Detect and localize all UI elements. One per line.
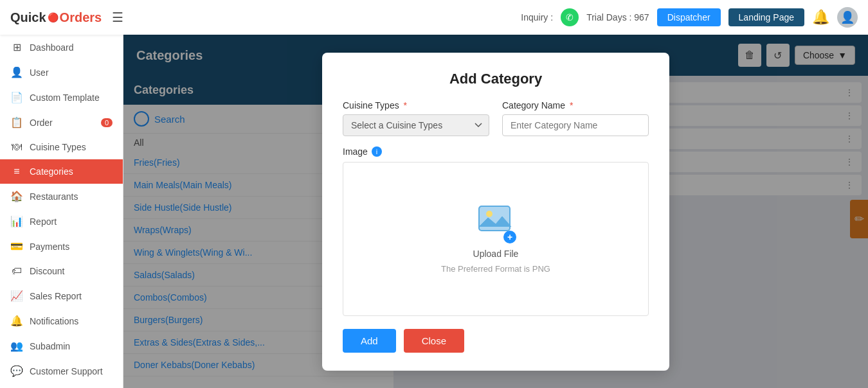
subadmin-icon: 👥 [10, 340, 23, 352]
logo-orders: Orders [60, 10, 102, 25]
cuisine-types-field: Cuisine Types * Select a Cuisine Types [343, 100, 489, 136]
sidebar-label: Notifications [30, 316, 78, 326]
modal-form-row: Cuisine Types * Select a Cuisine Types C… [343, 100, 649, 136]
sidebar-label: Custom Template [30, 93, 100, 103]
info-icon: i [372, 146, 382, 157]
app-layout: ⊞ Dashboard 👤 User 📄 Custom Template 📋 O… [0, 35, 868, 388]
user-icon: 👤 [10, 66, 23, 78]
sidebar-item-custom-template[interactable]: 📄 Custom Template [0, 85, 123, 110]
sidebar-label: Subadmin [30, 341, 70, 351]
main-content: Categories 🗑 ↺ Choose ▼ Categories [123, 35, 868, 388]
sidebar-label: Cuisine Types [30, 142, 86, 152]
modal-title: Add Category [343, 71, 649, 87]
navbar: Quick 🔴 Orders ☰ Inquiry : ✆ Trial Days … [0, 0, 868, 35]
inquiry-label: Inquiry : [521, 12, 553, 22]
modal-overlay: Add Category Cuisine Types * Select a Cu… [123, 35, 868, 388]
close-button[interactable]: Close [404, 329, 464, 353]
sidebar: ⊞ Dashboard 👤 User 📄 Custom Template 📋 O… [0, 35, 123, 388]
report-icon: 📊 [10, 215, 23, 227]
sidebar-item-user[interactable]: 👤 User [0, 60, 123, 85]
sidebar-item-discount[interactable]: 🏷 Discount [0, 259, 123, 283]
modal-actions: Add Close [343, 329, 649, 353]
landing-page-button[interactable]: Landing Page [728, 8, 804, 26]
sales-icon: 📈 [10, 290, 23, 302]
sidebar-label: Discount [30, 266, 64, 276]
required-marker: * [570, 100, 573, 110]
navbar-right: Inquiry : ✆ Trial Days : 967 Dispatcher … [521, 7, 858, 28]
payments-icon: 💳 [10, 240, 23, 252]
svg-rect-0 [479, 206, 510, 231]
format-text: The Preferred Format is PNG [441, 264, 550, 274]
user-avatar[interactable]: 👤 [837, 7, 858, 28]
add-button[interactable]: Add [343, 329, 396, 353]
upload-text: Upload File [473, 249, 519, 259]
discount-icon: 🏷 [10, 265, 23, 277]
bell-icon[interactable]: 🔔 [812, 9, 829, 26]
cuisine-types-select[interactable]: Select a Cuisine Types [343, 114, 489, 136]
sidebar-item-restaurants[interactable]: 🏠 Restaurants [0, 184, 123, 209]
image-label: Image i [343, 146, 649, 157]
sidebar-item-notifications[interactable]: 🔔 Notifications [0, 308, 123, 333]
dashboard-icon: ⊞ [10, 41, 23, 53]
logo-quick: Quick [10, 10, 46, 25]
cuisine-icon: 🍽 [10, 141, 23, 153]
trial-days: Trial Days : 967 [586, 12, 649, 22]
sidebar-label: Dashboard [30, 42, 74, 53]
sidebar-item-cms-pages[interactable]: 📑 CMS Pages [0, 384, 123, 388]
category-name-field: Category Name * [502, 100, 649, 136]
required-marker: * [404, 100, 407, 110]
sidebar-label: Customer Support [30, 366, 103, 376]
dispatcher-button[interactable]: Dispatcher [657, 8, 721, 26]
sidebar-label: Categories [30, 166, 73, 177]
order-icon: 📋 [10, 116, 23, 128]
navbar-left: Quick 🔴 Orders ☰ [10, 10, 123, 25]
sidebar-item-payments[interactable]: 💳 Payments [0, 234, 123, 259]
sidebar-item-customer-support[interactable]: 💬 Customer Support [0, 358, 123, 384]
upload-icon-container: + [478, 204, 514, 243]
category-name-label: Category Name * [502, 100, 649, 110]
cuisine-types-label: Cuisine Types * [343, 100, 489, 110]
sidebar-label: Restaurants [30, 191, 78, 202]
sidebar-item-report[interactable]: 📊 Report [0, 209, 123, 234]
whatsapp-icon[interactable]: ✆ [561, 8, 579, 26]
image-section: Image i + [343, 146, 649, 316]
sidebar-item-cuisine-types[interactable]: 🍽 Cuisine Types [0, 135, 123, 159]
plus-circle-icon: + [503, 231, 516, 243]
restaurants-icon: 🏠 [10, 190, 23, 202]
sidebar-label: Sales Report [30, 291, 82, 301]
svg-point-1 [486, 211, 493, 217]
sidebar-item-sales-report[interactable]: 📈 Sales Report [0, 283, 123, 308]
sidebar-item-dashboard[interactable]: ⊞ Dashboard [0, 35, 123, 60]
support-icon: 💬 [10, 365, 23, 377]
category-name-input[interactable] [502, 114, 649, 136]
sidebar-label: Payments [30, 242, 69, 252]
sidebar-item-order[interactable]: 📋 Order 0 [0, 110, 123, 135]
logo-icon: 🔴 [48, 12, 59, 22]
sidebar-label: Order [30, 118, 53, 128]
hamburger-icon[interactable]: ☰ [112, 10, 123, 25]
image-upload-area[interactable]: + Upload File The Preferred Format is PN… [343, 162, 649, 316]
notification-icon: 🔔 [10, 315, 23, 327]
logo: Quick 🔴 Orders [10, 10, 102, 25]
order-badge: 0 [101, 118, 113, 127]
sidebar-item-subadmin[interactable]: 👥 Subadmin [0, 333, 123, 358]
sidebar-item-categories[interactable]: ≡ Categories [0, 159, 123, 184]
template-icon: 📄 [10, 91, 23, 103]
sidebar-label: Report [30, 216, 57, 227]
categories-icon: ≡ [10, 166, 23, 177]
sidebar-label: User [30, 67, 49, 78]
add-category-modal: Add Category Cuisine Types * Select a Cu… [322, 53, 669, 371]
